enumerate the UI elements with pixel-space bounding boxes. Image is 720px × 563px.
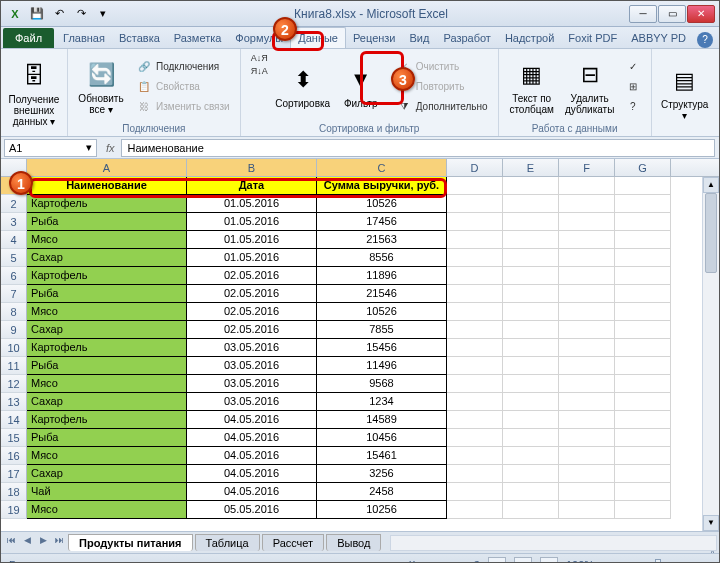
chevron-down-icon[interactable]: ▾ [86,141,92,154]
data-cell[interactable]: Картофель [27,267,187,285]
remove-duplicates-button[interactable]: ⊟ Удалить дубликаты [563,52,617,121]
text-to-columns-button[interactable]: ▦ Текст по столбцам [505,52,559,121]
data-cell[interactable] [559,411,615,429]
data-cell[interactable]: 01.05.2016 [187,231,317,249]
tab-review[interactable]: Рецензи [346,28,403,48]
data-cell[interactable] [615,465,671,483]
data-cell[interactable] [615,195,671,213]
sort-button[interactable]: ⬍ Сортировка [276,52,330,121]
data-cell[interactable] [559,375,615,393]
data-cell[interactable]: Чай [27,483,187,501]
sheet-tab[interactable]: Таблица [195,534,260,551]
connections-button[interactable]: 🔗Подключения [132,58,234,76]
row-header[interactable]: 13 [1,393,27,411]
data-cell[interactable] [503,483,559,501]
data-cell[interactable] [447,429,503,447]
tab-insert[interactable]: Вставка [112,28,167,48]
zoom-out-icon[interactable]: − [602,559,608,564]
minimize-button[interactable]: ─ [629,5,657,23]
row-header[interactable]: 15 [1,429,27,447]
tab-abbyy[interactable]: ABBYY PD [624,28,693,48]
data-cell[interactable]: 10526 [317,303,447,321]
row-header[interactable]: 17 [1,465,27,483]
data-cell[interactable] [503,321,559,339]
save-icon[interactable]: 💾 [27,4,47,24]
data-cell[interactable] [559,321,615,339]
column-header[interactable]: E [503,159,559,176]
data-cell[interactable]: 04.05.2016 [187,429,317,447]
data-cell[interactable] [503,195,559,213]
row-header[interactable]: 10 [1,339,27,357]
data-cell[interactable]: Сахар [27,393,187,411]
data-cell[interactable]: 04.05.2016 [187,465,317,483]
view-normal-icon[interactable] [488,557,506,564]
data-cell[interactable] [447,267,503,285]
undo-icon[interactable]: ↶ [49,4,69,24]
scroll-up-icon[interactable]: ▲ [703,177,719,193]
sheet-nav-prev-icon[interactable]: ◀ [19,535,35,551]
data-cell[interactable]: Рыба [27,285,187,303]
column-header[interactable]: A [27,159,187,176]
header-cell[interactable] [447,177,503,195]
data-cell[interactable]: Мясо [27,501,187,519]
header-cell[interactable]: Наименование [27,177,187,195]
refresh-all-button[interactable]: 🔄 Обновить все ▾ [74,52,128,121]
data-cell[interactable] [615,321,671,339]
data-cell[interactable]: Сахар [27,249,187,267]
header-cell[interactable] [615,177,671,195]
data-cell[interactable]: 15461 [317,447,447,465]
data-cell[interactable] [503,447,559,465]
data-cell[interactable] [559,339,615,357]
data-cell[interactable] [559,429,615,447]
data-cell[interactable] [447,321,503,339]
data-cell[interactable]: 03.05.2016 [187,375,317,393]
data-cell[interactable]: 11896 [317,267,447,285]
view-break-icon[interactable] [540,557,558,564]
data-cell[interactable]: Рыба [27,357,187,375]
data-cell[interactable] [447,411,503,429]
sort-za-button[interactable]: Я↓А [247,65,272,77]
data-cell[interactable] [559,285,615,303]
sheet-nav-first-icon[interactable]: ⏮ [3,535,19,551]
data-cell[interactable]: 02.05.2016 [187,267,317,285]
data-cell[interactable]: 2458 [317,483,447,501]
data-cell[interactable]: Рыба [27,429,187,447]
data-cell[interactable] [503,411,559,429]
data-cell[interactable] [447,339,503,357]
sort-az-button[interactable]: А↓Я [247,52,272,64]
data-cell[interactable]: 03.05.2016 [187,393,317,411]
data-cell[interactable] [559,231,615,249]
data-cell[interactable] [503,429,559,447]
data-cell[interactable] [615,249,671,267]
data-cell[interactable] [503,303,559,321]
row-header[interactable]: 9 [1,321,27,339]
data-cell[interactable]: Мясо [27,231,187,249]
tab-addins[interactable]: Надстрой [498,28,561,48]
data-cell[interactable] [559,447,615,465]
data-cell[interactable]: 04.05.2016 [187,447,317,465]
data-cell[interactable]: 04.05.2016 [187,483,317,501]
data-cell[interactable]: 21563 [317,231,447,249]
data-cell[interactable] [447,285,503,303]
outline-button[interactable]: ▤ Структура ▾ [658,52,712,134]
data-cell[interactable]: 14589 [317,411,447,429]
data-cell[interactable] [503,267,559,285]
data-cell[interactable]: 01.05.2016 [187,213,317,231]
data-cell[interactable] [559,483,615,501]
worksheet-grid[interactable]: ABCDEFG 1НаименованиеДатаСумма выручки, … [1,159,719,531]
data-cell[interactable]: 7855 [317,321,447,339]
data-cell[interactable] [615,411,671,429]
row-header[interactable]: 8 [1,303,27,321]
data-cell[interactable] [559,303,615,321]
edit-links-button[interactable]: ⛓Изменить связи [132,98,234,116]
data-cell[interactable] [559,357,615,375]
data-cell[interactable] [503,285,559,303]
data-cell[interactable] [615,393,671,411]
data-cell[interactable] [615,501,671,519]
scroll-down-icon[interactable]: ▼ [703,515,719,531]
data-cell[interactable]: 11496 [317,357,447,375]
data-cell[interactable] [503,231,559,249]
data-cell[interactable] [615,447,671,465]
data-cell[interactable]: 21546 [317,285,447,303]
zoom-thumb[interactable] [655,559,661,564]
